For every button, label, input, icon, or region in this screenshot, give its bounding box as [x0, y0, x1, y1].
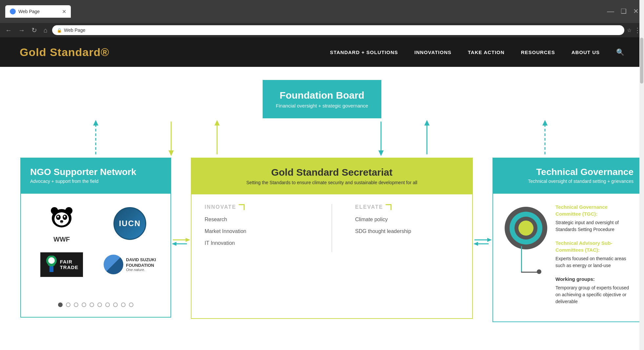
carousel-dot-10[interactable] [129, 302, 133, 307]
foundation-text: FOUNDATION [126, 263, 156, 268]
svg-marker-27 [172, 242, 176, 246]
svg-marker-29 [487, 238, 492, 242]
svg-point-18 [57, 216, 59, 218]
ngo-title: NGO Supporter Network [30, 167, 161, 177]
svg-marker-9 [424, 120, 430, 126]
scrollbar-thumb[interactable] [640, 67, 643, 84]
site-nav: STANDARD + SOLUTIONS INNOVATIONS TAKE AC… [330, 48, 624, 56]
close-window-button[interactable]: ✕ [633, 7, 639, 16]
nav-resources[interactable]: RESOURCES [521, 49, 555, 55]
bookmark-icon[interactable]: ☆ [627, 27, 632, 33]
tgc-tac-section: Technical Advisory Sub-Committees (TAC):… [555, 240, 633, 269]
svg-marker-11 [542, 120, 548, 126]
carousel-dot-4[interactable] [82, 302, 86, 307]
innovate-elevate-row: INNOVATE Research Market Innovation IT I… [205, 204, 459, 252]
svg-marker-1 [93, 120, 98, 126]
browser-tab: Web Page ✕ [5, 5, 71, 18]
iucn-text: IUCN [119, 219, 141, 228]
tgc-wg-body: Temporary group of experts focused on ac… [555, 284, 633, 305]
lock-icon: 🔒 [57, 28, 62, 33]
circle-core [518, 221, 533, 236]
svg-point-19 [64, 216, 66, 218]
fairtrade-logo: FAIR TRADE [40, 252, 83, 277]
maximize-button[interactable]: ❑ [621, 7, 627, 16]
search-icon[interactable]: 🔍 [616, 48, 624, 56]
carousel-dot-5[interactable] [90, 302, 94, 307]
carousel-dot-2[interactable] [66, 302, 70, 307]
tgc-connector-dot [537, 269, 541, 274]
secretariat-title: Gold Standard Secretariat [201, 167, 463, 178]
svg-marker-7 [378, 150, 384, 156]
carousel-dot-1[interactable] [58, 302, 63, 307]
david-suzuki-logo-box: DAVID SUZUKI FOUNDATION One nature. [99, 250, 161, 279]
carousel-dot-7[interactable] [105, 302, 110, 307]
tgc-committee-body: Strategic input and oversight of Standar… [555, 219, 633, 233]
arrows-svg [20, 118, 624, 158]
one-nature-text: One nature. [126, 268, 156, 272]
ngo-column: NGO Supporter Network Advocacy + support… [20, 158, 171, 322]
arrows-section [20, 118, 624, 158]
innovate-item-it: IT Innovation [205, 240, 309, 246]
forward-button[interactable]: → [16, 25, 27, 35]
svg-point-14 [51, 207, 58, 214]
fairtrade-logo-box: FAIR TRADE [31, 250, 92, 279]
concentric-circles [505, 207, 547, 249]
minimize-button[interactable]: — [607, 7, 614, 16]
secretariat-body: INNOVATE Research Market Innovation IT I… [191, 194, 473, 319]
nav-take-action[interactable]: TAKE ACTION [468, 49, 505, 55]
carousel-dot-6[interactable] [97, 302, 102, 307]
fairtrade-text2: TRADE [60, 264, 79, 270]
secretariat-header: Gold Standard Secretariat Setting the St… [191, 158, 473, 194]
tgc-line-horizontal [521, 272, 537, 273]
secretariat-subtitle: Setting the Standards to ensure climate … [201, 180, 463, 185]
left-horiz-arrow-container [171, 158, 191, 322]
carousel-dot-8[interactable] [113, 302, 118, 307]
tgc-header: Technical Governance Technical oversight… [493, 158, 643, 193]
logo-text: Gold Standard [20, 46, 101, 58]
home-button[interactable]: ⌂ [42, 25, 50, 35]
elevate-item-climate: Climate policy [355, 217, 459, 223]
page-wrapper: Web Page ✕ — ❑ ✕ ← → ↻ ⌂ 🔒 Web Page ☆ ⋮ … [0, 0, 644, 342]
carousel-dot-9[interactable] [121, 302, 126, 307]
svg-marker-3 [169, 150, 174, 156]
foundation-board: Foundation Board Financial oversight + s… [263, 80, 381, 118]
foundation-board-subtitle: Financial oversight + strategic governan… [276, 103, 368, 108]
innovate-label-text: INNOVATE [205, 204, 236, 210]
svg-marker-5 [214, 120, 220, 126]
back-button[interactable]: ← [3, 25, 14, 35]
innovate-item-market: Market Innovation [205, 228, 309, 234]
tgc-wg-title: Working groups: [555, 276, 633, 282]
innovate-item-research: Research [205, 217, 309, 223]
tgc-title: Technical Governance [502, 167, 634, 177]
ngo-subtitle: Advocacy + support from the field [30, 179, 161, 184]
site-header: Gold Standard® STANDARD + SOLUTIONS INNO… [0, 37, 644, 67]
tgc-tac-body: Experts focused on thematic areas such a… [555, 255, 633, 269]
nav-about[interactable]: ABOUT US [572, 49, 600, 55]
wwf-text: WWF [49, 236, 75, 243]
innovate-bracket [239, 204, 245, 210]
address-bar-row: ← → ↻ ⌂ 🔒 Web Page ☆ ⋮ [0, 23, 644, 37]
refresh-button[interactable]: ↻ [30, 25, 39, 35]
tgc-column: Technical Governance Technical oversight… [493, 158, 643, 322]
elevate-label: ELEVATE [355, 204, 459, 210]
tgc-tac-title: Technical Advisory Sub-Committees (TAC): [555, 240, 633, 253]
tab-close-button[interactable]: ✕ [62, 9, 66, 15]
tgc-committee-title: Technical Governance Committee (TGC): [555, 204, 633, 217]
scrollbar-track[interactable] [639, 67, 644, 342]
innovate-label: INNOVATE [205, 204, 309, 210]
carousel-dot-3[interactable] [74, 302, 78, 307]
fairtrade-icon [45, 256, 58, 274]
nav-innovations[interactable]: INNOVATIONS [414, 49, 452, 55]
david-suzuki-name: DAVID SUZUKI [126, 257, 156, 263]
elevate-bracket [386, 204, 392, 210]
ngo-body: WWF IUCN [20, 193, 171, 318]
browser-chrome: Web Page ✕ — ❑ ✕ [0, 0, 644, 23]
url-display: Web Page [64, 28, 85, 33]
foundation-board-title: Foundation Board [276, 90, 368, 101]
ngo-header: NGO Supporter Network Advocacy + support… [20, 158, 171, 193]
tgc-subtitle: Technical oversight of standard setting … [502, 179, 634, 184]
nav-standard[interactable]: STANDARD + SOLUTIONS [330, 49, 398, 55]
address-bar[interactable]: 🔒 Web Page [52, 25, 624, 35]
site-logo[interactable]: Gold Standard® [20, 46, 109, 59]
david-suzuki-logo: DAVID SUZUKI FOUNDATION One nature. [104, 255, 156, 274]
